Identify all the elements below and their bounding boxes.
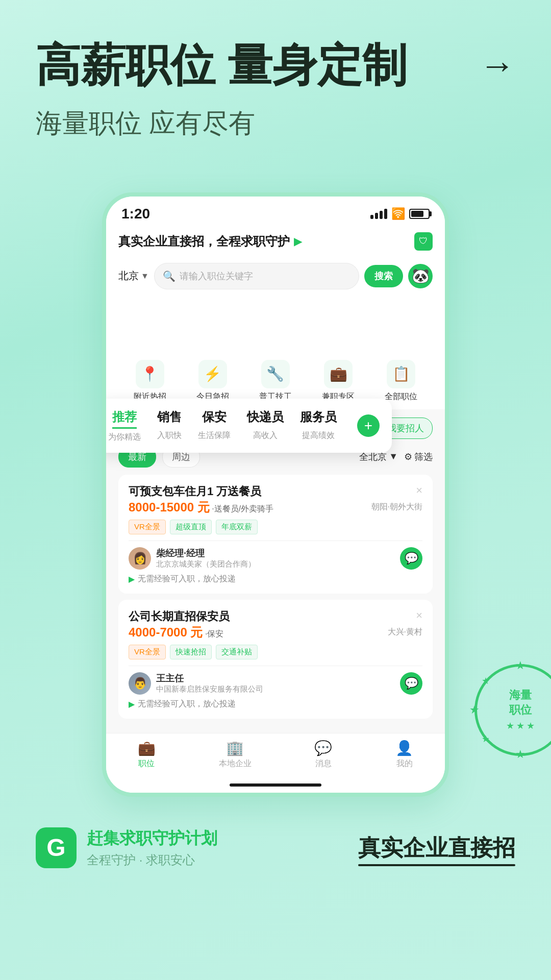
stamp-star-left: ★ [469,703,480,717]
nav-messages-icon: 💬 [314,740,332,756]
job-footer-text-1: 无需经验可入职，放心投递 [138,574,236,584]
nav-messages[interactable]: 💬 消息 [314,740,332,769]
job-card-1-location: 朝阳·朝外大街 [371,502,422,512]
job-card-2-tag-transport: 交通补贴 [216,645,258,659]
bottom-left: G 赶集求职守护计划 全程守护 · 求职安心 [36,827,217,868]
stamp-circle: 海量 职位 ★ ★ ★ ★ ★ ★ ★ ★ ★ ★ ★ [474,664,551,756]
recruiter-avatar-2: 👨 [129,672,151,695]
category-tab-recommend[interactable]: 推荐 为你精选 [108,409,149,443]
nav-mine-icon: 👤 [395,740,413,756]
job-card-2-close[interactable]: × [416,609,422,622]
job-card-2-salary: 4000-7000 元 [129,625,203,639]
category-tab-security[interactable]: 保安 生活保障 [190,409,239,441]
hire-button-label: 我要招人 [387,422,424,434]
recruiter-name-2: 王主任 [156,672,395,684]
job-card-1[interactable]: 可预支包车住月1 万送餐员 × 8000-15000 元 ·送餐员/外卖骑手 朝… [118,475,433,594]
stamp-line2: 职位 [509,703,532,718]
main-title: 高薪职位 量身定制 → [36,41,515,90]
job-card-2[interactable]: 公司长期直招保安员 × 4000-7000 元 ·保安 大兴·黄村 VR全景 [118,600,433,719]
job-footer-icon-2: ▶ [129,699,135,709]
stamp: 海量 职位 ★ ★ ★ ★ ★ ★ ★ ★ ★ ★ ★ [474,664,551,756]
category-tabs: 推荐 为你精选 销售 入职快 保安 生活保障 快递员 高收入 [108,409,380,443]
job-card-2-tag-fast: 快速抢招 [170,645,212,659]
job-card-2-header: 公司长期直招保安员 × 4000-7000 元 ·保安 大兴·黄村 VR全景 [129,609,422,659]
job-card-1-tag-vr: VR全景 [129,520,166,534]
recruiter-company-2: 中国新泰启胜保安服务有限公司 [156,684,395,694]
status-time: 1:20 [121,206,150,222]
search-placeholder: 请输入职位关键字 [180,270,350,282]
location-button[interactable]: 北京 ▼ [118,269,149,283]
category-tab-service[interactable]: 服务员 提高绩效 [292,409,345,441]
category-tab-courier[interactable]: 快递员 高收入 [239,409,292,441]
filter-text: 筛选 [414,451,433,463]
bottom-right-label: 真实企业直接招 [358,835,515,860]
nav-jobs-label: 职位 [138,758,155,769]
stamp-star-2: ★ [516,720,524,731]
nav-messages-label: 消息 [315,758,332,769]
search-bar: 北京 ▼ 🔍 请输入职位关键字 搜索 🐼 [106,258,445,297]
header-arrow-icon: ▶ [294,235,302,248]
nav-jobs-icon: 💼 [138,740,156,756]
sub-title: 海量职位 应有尽有 [36,106,515,141]
nearby-icon: 📍 [136,360,164,388]
arrow-right[interactable]: → [480,46,515,85]
nav-local-icon: 🏢 [226,740,244,756]
stamp-star-3: ★ [527,720,535,731]
category-card: 推荐 为你精选 销售 入职快 保安 生活保障 快递员 高收入 [102,399,392,453]
quick-nav-row: 📍 附近热招 ⚡ 今日急招 🔧 普工技工 💼 兼职专区 📋 全部职位 [118,360,433,402]
header-shield-icon[interactable]: 🛡 [414,232,433,251]
stamp-star-1: ★ [506,720,514,731]
quick-nav-urgent[interactable]: ⚡ 今日急招 [196,360,229,402]
chat-button-2[interactable]: 💬 [400,672,422,695]
filter-button[interactable]: ⚙ 筛选 [404,451,433,463]
recruiter-company-1: 北京京城美家（美团合作商） [156,559,395,569]
job-card-1-title: 可预支包车住月1 万送餐员 [129,484,416,499]
home-bar-line [230,783,321,787]
recruiter-info-1: 柴经理·经理 北京京城美家（美团合作商） [156,547,395,569]
g-letter: G [46,834,65,862]
stamp-text: 海量 职位 [509,688,532,717]
search-icon: 🔍 [163,270,176,282]
app-header: 真实企业直接招，全程求职守护 ▶ 🛡 [106,227,445,258]
job-footer-1: ▶ 无需经验可入职，放心投递 [129,574,422,584]
wifi-icon: 🛜 [391,207,405,220]
job-card-2-location: 大兴·黄村 [388,627,422,638]
filter-location-arrow: ▼ [389,451,398,462]
job-card-2-type: ·保安 [205,629,223,638]
job-footer-2: ▶ 无需经验可入职，放心投递 [129,699,422,709]
avatar-button[interactable]: 🐼 [408,264,433,288]
job-divider-1 [129,541,422,541]
jobs-section: 精选职位 👤 我要招人 最新 周边 全北京 ▼ ⚙ 筛选 [106,409,445,733]
quick-nav-nearby[interactable]: 📍 附近热招 [134,360,166,402]
nav-mine-label: 我的 [396,758,413,769]
stamp-stars: ★ ★ ★ [506,720,535,731]
chat-button-1[interactable]: 💬 [400,547,422,570]
nav-local[interactable]: 🏢 本地企业 [219,740,252,769]
nav-jobs[interactable]: 💼 职位 [138,740,156,769]
search-input-box[interactable]: 🔍 请输入职位关键字 [154,263,359,289]
quick-nav-all[interactable]: 📋 全部职位 [385,360,417,402]
quick-nav-parttime[interactable]: 💼 兼职专区 [322,360,355,402]
home-bar [106,779,445,793]
filter-icon: ⚙ [404,451,412,462]
bottom-brand-sub: 全程守护 · 求职安心 [87,852,217,868]
factory-icon: 🔧 [261,360,290,388]
stamp-star-bottom: ★ [515,748,525,761]
stamp-star-bl: ★ [482,733,490,745]
all-icon: 📋 [387,360,415,388]
bottom-nav: 💼 职位 🏢 本地企业 💬 消息 👤 我的 [106,733,445,779]
status-bar: 1:20 🛜 [106,197,445,227]
g-logo: G [36,827,77,868]
search-button[interactable]: 搜索 [364,265,403,287]
job-card-1-close[interactable]: × [416,484,422,497]
quick-nav-factory[interactable]: 🔧 普工技工 [259,360,292,402]
nav-mine[interactable]: 👤 我的 [395,740,413,769]
job-card-1-tag-top: 超级直顶 [170,520,212,534]
job-card-1-type: ·送餐员/外卖骑手 [212,504,273,513]
urgent-icon: ⚡ [198,360,227,388]
bottom-brand-name: 赶集求职守护计划 [87,827,217,850]
add-category-button[interactable]: + [357,414,380,437]
phone-mockup: 1:20 🛜 真实企业直接招，全程求职守护 ▶ [102,192,449,797]
category-tab-sales[interactable]: 销售 入职快 [149,409,190,441]
bottom-brand-text: 赶集求职守护计划 全程守护 · 求职安心 [87,827,217,868]
